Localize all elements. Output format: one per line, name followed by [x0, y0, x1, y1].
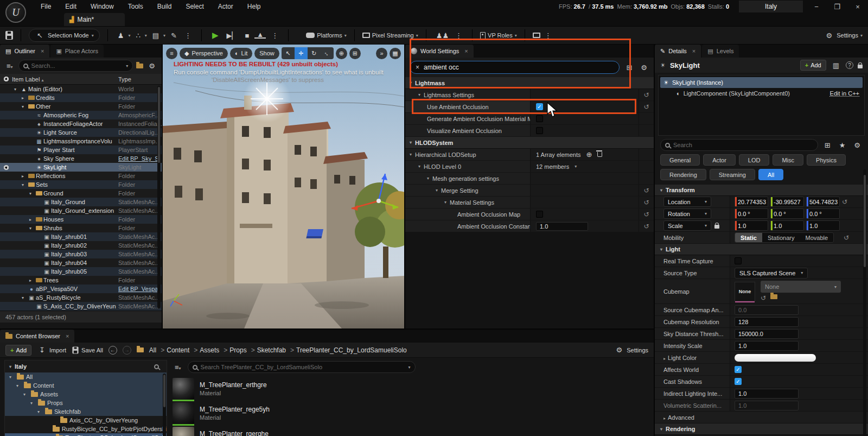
tab-content-browser[interactable]: Content Browser × [0, 330, 74, 343]
outliner-row[interactable]: aBP_Vespa50V Edit BP_Vespa [0, 285, 162, 293]
details-search[interactable] [660, 139, 818, 151]
visibility-column-icon[interactable] [3, 77, 10, 81]
outliner-row[interactable]: ▸ Credits Folder [0, 93, 162, 102]
asset-search-input[interactable] [201, 364, 405, 370]
expand-caret-icon[interactable]: ▾ [22, 295, 27, 300]
clear-search-icon[interactable]: × [416, 64, 419, 71]
mobility-static[interactable]: Static [735, 233, 762, 242]
outliner-row[interactable]: Italy_Ground_extension StaticMeshAc... [0, 206, 162, 215]
filter-icon[interactable]: ≡▾ [4, 62, 15, 70]
rotation-z-field[interactable]: 0.0 ° [806, 208, 840, 219]
lit-dropdown[interactable]: ◐Lit [230, 48, 252, 59]
outliner-row[interactable]: Italy_shrub03 StaticMeshAc... [0, 250, 162, 258]
play-options-kebab-icon[interactable]: ⋮ [269, 31, 280, 40]
help-icon[interactable]: ? [846, 61, 853, 69]
reset-icon[interactable]: ↺ [643, 223, 649, 230]
expand-caret-icon[interactable]: ▾ [16, 383, 22, 388]
row-affects-world[interactable]: Affects World ✓ [655, 364, 868, 376]
component-row-lightcomponent[interactable]: ◐ LightComponent (SkyLightComponent0) Ed… [660, 88, 863, 99]
expand-caret-icon[interactable]: ▸ [22, 96, 27, 100]
folder-tree-row[interactable]: Axis_CC_by_OliverYeung [5, 416, 167, 425]
outliner-row[interactable]: ▸ Houses Folder [0, 215, 162, 224]
folder-tree-row[interactable]: ▾ All [5, 372, 167, 381]
outliner-row[interactable]: SkyLight SkyLight [0, 163, 162, 172]
reset-icon[interactable]: ↺ [844, 234, 849, 242]
asset-item[interactable]: M_TreePlanter_erthgre Material [173, 376, 654, 401]
close-tab-icon[interactable]: × [41, 48, 44, 54]
rotation-dropdown[interactable]: Rotation▾ [663, 208, 711, 219]
close-tab-icon[interactable]: × [692, 48, 695, 54]
light-color-swatch[interactable] [735, 354, 816, 362]
source-type-dropdown[interactable]: SLS Captured Scene▾ [735, 268, 808, 279]
add-asset-button[interactable]: +Add [5, 345, 31, 356]
breadcrumb-segment[interactable]: All [149, 346, 164, 354]
add-array-element-icon[interactable]: ⊕ [586, 150, 592, 159]
row-real-time-capture[interactable]: Real Time Capture [655, 255, 868, 267]
row-source-type[interactable]: Source Type SLS Captured Scene▾ [655, 267, 868, 279]
outliner-search-input[interactable] [31, 62, 123, 69]
tab-outliner[interactable]: ▤ Outliner × [0, 45, 49, 58]
cinematics-dropdown[interactable]: ▤▾ [150, 31, 165, 40]
row-mesh-generation-settings[interactable]: ▾Mesh generation settings [405, 173, 654, 185]
folder-tree-row[interactable]: TreePlanter_CC_by_LordSamueliSolo [5, 433, 167, 436]
outliner-row[interactable]: Sky Sphere Edit BP_Sky_S [0, 154, 162, 163]
cubemap-dropdown[interactable]: None▾ [761, 281, 841, 293]
multi-user-button[interactable]: ♟♟⋮ [434, 31, 464, 40]
display-filter-icon[interactable]: ⊞ [822, 141, 833, 149]
row-rotation[interactable]: Rotation▾ 0.0 ° 0.0 ° 0.0 ° [655, 208, 868, 220]
row-cubemap-resolution[interactable]: Cubemap Resolution 128 [655, 316, 868, 328]
category-chip[interactable]: Actor [703, 154, 736, 166]
row-generate-ao-mask[interactable]: Generate Ambient Occlusion Material Mask [405, 113, 654, 125]
row-use-ambient-occlusion[interactable]: Use Ambient Occlusion ✓ ↺ [405, 101, 654, 113]
move-tool[interactable]: ✛ [295, 47, 308, 59]
category-chip[interactable]: Misc [773, 154, 803, 166]
snap-icon[interactable]: ⊞ [349, 48, 361, 59]
more-tools-icon[interactable]: » [376, 48, 387, 59]
close-icon[interactable]: × [847, 3, 868, 11]
close-tab-icon[interactable]: × [66, 333, 69, 339]
rotation-y-field[interactable]: 0.0 ° [770, 208, 804, 219]
close-tab-icon[interactable]: × [464, 48, 468, 54]
reset-icon[interactable]: ↺ [643, 199, 649, 206]
back-button[interactable]: ← [108, 346, 117, 355]
item-label-column[interactable]: Item Label ▴ [12, 76, 118, 83]
world-settings-search-input[interactable] [424, 64, 614, 71]
visibility-eye-icon[interactable] [3, 165, 10, 170]
scale-lock-icon[interactable] [714, 225, 719, 229]
breadcrumb-segment[interactable]: Props [229, 346, 254, 354]
menu-item[interactable]: Edit [58, 3, 84, 10]
save-icon[interactable] [5, 31, 13, 40]
mobility-movable[interactable]: Movable [800, 233, 834, 242]
save-all-button[interactable]: Save All [72, 346, 103, 355]
category-chip[interactable]: Rendering [660, 169, 706, 180]
media-capture-button[interactable]: ⋮ [533, 31, 554, 40]
folder-tree-row[interactable]: ▾ Assets [5, 390, 167, 399]
viewport-menu-icon[interactable]: ≡ [166, 48, 177, 59]
ws-settings-gear-icon[interactable]: ⚙ [639, 64, 649, 72]
location-y-field[interactable]: -30.99527 [770, 197, 804, 207]
add-component-button[interactable]: +Add [800, 60, 826, 71]
search-icon[interactable] [154, 364, 159, 369]
reset-icon[interactable]: ↺ [643, 103, 649, 111]
kebab-menu-icon[interactable]: ⋮ [182, 31, 194, 40]
row-light-color[interactable]: ▸Light Color [655, 352, 868, 364]
visualize-ao-checkbox[interactable] [536, 127, 543, 134]
row-source-cubemap-angle[interactable]: Source Cubemap An... 0.0 [655, 304, 868, 316]
tab-world-settings[interactable]: World Settings × [405, 45, 474, 58]
scale-z-field[interactable]: 1.0 [806, 220, 840, 231]
eject-button[interactable]: ▲ [254, 32, 266, 39]
menu-item[interactable]: Tools [121, 3, 150, 10]
outliner-row[interactable]: ▾ Sets Folder [0, 180, 162, 189]
row-scale[interactable]: Scale▾ 1.0 1.0 1.0 [655, 220, 868, 232]
show-dropdown[interactable]: Show [254, 48, 279, 59]
maximize-viewport-icon[interactable]: ▦ [390, 48, 401, 59]
category-chip[interactable]: LOD [739, 154, 770, 166]
breadcrumb-segment[interactable]: Content [167, 346, 197, 354]
asset-item[interactable]: M_TreePlanter_rgerghe Material [173, 425, 654, 436]
row-advanced[interactable]: ▸Advanced [655, 412, 868, 424]
outliner-scrollbar[interactable] [157, 86, 161, 308]
folder-tree-row[interactable]: ▾ Content [5, 381, 167, 390]
real-time-capture-checkbox[interactable] [735, 257, 742, 264]
affects-world-checkbox[interactable]: ✓ [735, 366, 742, 373]
row-cast-shadows[interactable]: Cast Shadows ✓ [655, 376, 868, 388]
